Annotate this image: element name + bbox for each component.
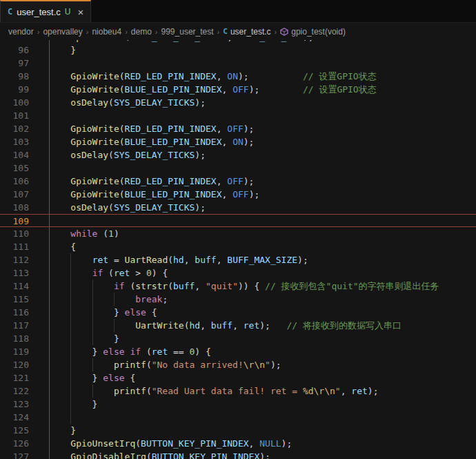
code-line[interactable]: 118 } bbox=[0, 332, 476, 345]
line-number[interactable]: 105 bbox=[0, 162, 29, 175]
code-token: RED_LED_PIN_INDEX bbox=[125, 176, 217, 186]
method-icon bbox=[280, 28, 288, 36]
code-line[interactable]: 109 bbox=[0, 214, 476, 227]
line-number[interactable]: 100 bbox=[0, 96, 29, 109]
code-text: } bbox=[29, 332, 119, 345]
line-number[interactable]: 126 bbox=[0, 437, 29, 450]
line-number[interactable]: 97 bbox=[0, 57, 29, 70]
breadcrumb-item[interactable]: demo bbox=[131, 27, 152, 37]
code-token: // 接收到包含"quit"的字符串则退出任务 bbox=[265, 281, 439, 291]
line-number[interactable]: 113 bbox=[0, 266, 29, 280]
code-line[interactable]: 103 GpioWrite(BLUE_LED_PIN_INDEX, ON); bbox=[0, 135, 476, 148]
code-text: ret = UartRead(hd, buff, BUFF_MAX_SIZE); bbox=[29, 253, 308, 266]
code-token: ); bbox=[368, 386, 379, 396]
line-number[interactable]: 114 bbox=[0, 280, 29, 293]
code-token: , bbox=[184, 255, 195, 265]
breadcrumb-item[interactable]: vendor bbox=[8, 27, 34, 37]
code-line[interactable]: 106 GpioWrite(RED_LED_PIN_INDEX, OFF); bbox=[0, 175, 476, 188]
breadcrumb-item[interactable]: openvalley bbox=[43, 27, 82, 37]
code-token: ); bbox=[249, 84, 303, 95]
code-line[interactable]: 124 bbox=[0, 411, 476, 424]
line-number[interactable]: 120 bbox=[0, 358, 29, 371]
line-number[interactable]: 96 bbox=[0, 43, 29, 57]
code-line[interactable]: 126 GpioUnsetIrq(BUTTON_KEY_PIN_INDEX, N… bbox=[0, 437, 476, 450]
line-number[interactable]: 99 bbox=[0, 83, 29, 96]
code-line[interactable]: 120 printf("No data arrived!\r\n"); bbox=[0, 358, 476, 371]
line-number[interactable]: 103 bbox=[0, 135, 29, 148]
code-line[interactable]: 108 osDelay(SYS_DELAY_TICKS); bbox=[0, 201, 476, 214]
line-number[interactable]: 123 bbox=[0, 398, 29, 411]
line-number[interactable]: 101 bbox=[0, 109, 29, 122]
line-number[interactable]: 118 bbox=[0, 332, 29, 345]
line-number[interactable]: 117 bbox=[0, 319, 29, 332]
code-line[interactable]: 114 if (strstr(buff, "quit")) { // 接收到包含… bbox=[0, 280, 476, 293]
code-token bbox=[49, 281, 114, 291]
code-line[interactable]: 123 } bbox=[0, 398, 476, 411]
code-token: RED_LED_PIN_INDEX bbox=[125, 124, 217, 134]
line-number[interactable]: 122 bbox=[0, 384, 29, 398]
line-number[interactable]: 112 bbox=[0, 253, 29, 266]
code-text bbox=[29, 215, 49, 226]
code-editor[interactable]: 95 GpioSetDir(BLUE_LED_PIN_INDEX, GPIO_D… bbox=[0, 40, 476, 459]
line-number[interactable]: 108 bbox=[0, 201, 29, 214]
code-line[interactable]: 113 if (ret > 0) { bbox=[0, 266, 476, 280]
code-token: ); bbox=[195, 202, 206, 213]
code-line[interactable]: 125 } bbox=[0, 424, 476, 437]
code-line[interactable]: 101 bbox=[0, 109, 476, 122]
line-number[interactable]: 102 bbox=[0, 122, 29, 135]
code-line[interactable]: 102 GpioWrite(RED_LED_PIN_INDEX, OFF); bbox=[0, 122, 476, 135]
code-token: ( bbox=[108, 97, 114, 108]
breadcrumb-item[interactable]: 999_user_test bbox=[161, 27, 214, 37]
code-line[interactable]: 110 while (1) bbox=[0, 227, 476, 240]
code-line[interactable]: 121 } else { bbox=[0, 371, 476, 384]
line-number[interactable]: 109 bbox=[0, 215, 29, 226]
code-token bbox=[49, 176, 70, 186]
line-number[interactable]: 116 bbox=[0, 306, 29, 319]
code-line[interactable]: 127 GpioDisableIrq(BUTTON_KEY_PIN_INDEX)… bbox=[0, 450, 476, 459]
line-number[interactable]: 115 bbox=[0, 293, 29, 306]
code-token: } bbox=[49, 45, 76, 55]
code-line[interactable]: 122 printf("Read Uart data fail! ret = %… bbox=[0, 384, 476, 398]
code-line[interactable]: 107 GpioWrite(BLUE_LED_PIN_INDEX, OFF); bbox=[0, 188, 476, 201]
c-file-icon: C bbox=[8, 7, 12, 17]
code-token: while bbox=[70, 228, 97, 239]
line-number[interactable]: 119 bbox=[0, 345, 29, 358]
line-number[interactable]: 104 bbox=[0, 148, 29, 162]
code-line[interactable]: 96 } bbox=[0, 43, 476, 57]
breadcrumb-symbol[interactable]: gpio_test(void) bbox=[280, 27, 346, 37]
code-token: ) { bbox=[195, 346, 210, 357]
code-token: } bbox=[49, 333, 119, 344]
line-number[interactable]: 107 bbox=[0, 188, 29, 201]
line-number[interactable]: 98 bbox=[0, 70, 29, 83]
close-icon[interactable]: × bbox=[78, 7, 84, 17]
code-line[interactable]: 116 } else { bbox=[0, 306, 476, 319]
line-number[interactable]: 110 bbox=[0, 227, 29, 240]
code-token: osDelay bbox=[70, 97, 108, 108]
code-text: osDelay(SYS_DELAY_TICKS); bbox=[29, 96, 206, 109]
code-token: ( bbox=[119, 189, 125, 199]
line-number[interactable]: 127 bbox=[0, 450, 29, 459]
line-number[interactable]: 111 bbox=[0, 240, 29, 253]
code-line[interactable]: 119 } else if (ret == 0) { bbox=[0, 345, 476, 358]
code-text: { bbox=[29, 240, 76, 253]
code-line[interactable]: 111 { bbox=[0, 240, 476, 253]
code-line[interactable]: 117 UartWrite(hd, buff, ret); // 将接收到的数据… bbox=[0, 319, 476, 332]
line-number[interactable]: 124 bbox=[0, 411, 29, 424]
line-number[interactable]: 125 bbox=[0, 424, 29, 437]
code-line[interactable]: 97 bbox=[0, 57, 476, 70]
code-token bbox=[49, 71, 70, 81]
breadcrumb-file[interactable]: C user_test.c bbox=[223, 27, 270, 37]
code-line[interactable]: 112 ret = UartRead(hd, buff, BUFF_MAX_SI… bbox=[0, 253, 476, 266]
code-line[interactable]: 98 GpioWrite(RED_LED_PIN_INDEX, ON); // … bbox=[0, 70, 476, 83]
breadcrumb-item[interactable]: niobeu4 bbox=[92, 27, 121, 37]
code-token: strstr bbox=[135, 281, 168, 291]
code-line[interactable]: 99 GpioWrite(BLUE_LED_PIN_INDEX, OFF); /… bbox=[0, 83, 476, 96]
tab-user-test[interactable]: C user_test.c U × bbox=[0, 0, 91, 22]
code-line[interactable]: 115 break; bbox=[0, 293, 476, 306]
line-number[interactable]: 106 bbox=[0, 175, 29, 188]
breadcrumb-separator: › bbox=[37, 28, 40, 36]
code-line[interactable]: 104 osDelay(SYS_DELAY_TICKS); bbox=[0, 148, 476, 162]
code-line[interactable]: 100 osDelay(SYS_DELAY_TICKS); bbox=[0, 96, 476, 109]
line-number[interactable]: 121 bbox=[0, 371, 29, 384]
code-line[interactable]: 105 bbox=[0, 162, 476, 175]
